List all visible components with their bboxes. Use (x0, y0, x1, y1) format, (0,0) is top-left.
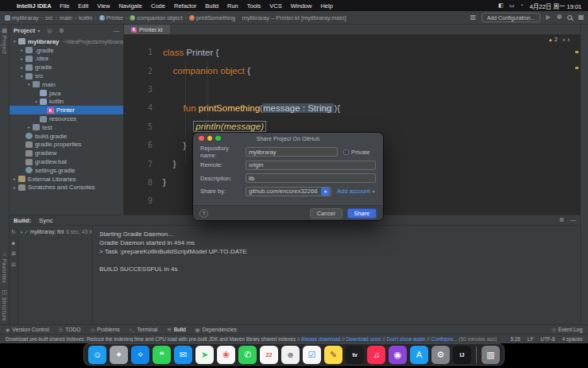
menubar-status-icon-2[interactable]: ◔ (520, 2, 523, 9)
private-checkbox[interactable] (343, 149, 349, 155)
tree-item-test[interactable]: ▸test (10, 123, 123, 132)
tree-item-gradle[interactable]: ▸gradle (10, 63, 123, 72)
description-input[interactable]: lib (246, 173, 376, 183)
menu-help[interactable]: Help (316, 2, 337, 10)
project-settings-icon[interactable]: ⚙ (59, 28, 64, 33)
project-view-dropdown[interactable]: Project (14, 27, 35, 34)
account-combobox[interactable]: github.com/encorex32268 ▼ (246, 187, 331, 196)
menu-edit[interactable]: Edit (74, 2, 93, 10)
dock-calendar[interactable]: 22 (260, 346, 278, 364)
dock-maps[interactable]: ➤ (195, 346, 214, 364)
next-prev-warning-icons[interactable]: ∨ ∧ (563, 37, 571, 42)
dock-contacts[interactable]: ☻ (281, 346, 300, 364)
menu-tools[interactable]: Tools (242, 2, 265, 10)
tree-item-external-libraries[interactable]: ▸External Libraries (10, 175, 123, 184)
dock-photos[interactable]: ❀ (217, 346, 235, 364)
expand-all-icon[interactable]: ⊞ (11, 250, 15, 257)
build-console[interactable]: Starting Gradle Daemon...Gradle Daemon s… (93, 226, 580, 324)
dock-launchpad[interactable]: ✦ (110, 346, 128, 364)
status-widget-utf-8[interactable]: UTF-8 (540, 336, 555, 342)
breadcrumb-item-src[interactable]: src (44, 14, 54, 21)
combobox-arrow-icon[interactable]: ▼ (321, 188, 330, 196)
menu-run[interactable]: Run (223, 2, 243, 10)
warning-stripe-mark[interactable] (575, 67, 578, 69)
toolwindow-terminal[interactable]: >_Terminal (130, 327, 158, 332)
dock-app-store[interactable]: A (410, 346, 428, 364)
share-button[interactable]: Share (347, 208, 377, 219)
tree-item-idea[interactable]: ▸.idea (10, 55, 123, 64)
dock-settings[interactable]: ⚙ (431, 346, 450, 364)
tree-item-gradle-properties[interactable]: gradle.properties (10, 141, 123, 149)
locate-file-icon[interactable]: ◎ (47, 28, 52, 33)
dock-mail[interactable]: ✉ (174, 346, 192, 364)
warning-stripe-mark[interactable] (575, 51, 578, 53)
status-link-don-t-show-again[interactable]: Don't show again (387, 336, 426, 342)
menubar-clock[interactable]: 4月22日 周一 19:01 (530, 2, 582, 10)
add-account-link[interactable]: Add account (337, 188, 370, 195)
debug-icon[interactable]: ⚈ (556, 14, 562, 21)
menu-build[interactable]: Build (201, 2, 223, 10)
build-tab-sync[interactable]: Sync (39, 217, 52, 224)
menu-view[interactable]: View (93, 2, 114, 10)
layout-icon[interactable]: ▦ (578, 14, 584, 21)
rerun-icon[interactable]: ↻ (11, 229, 15, 235)
tool-windows-icon[interactable]: ▥ (470, 14, 476, 21)
menubar-status-icon-0[interactable]: ◧ (498, 2, 504, 9)
repository-name-input[interactable]: mylibraray (246, 147, 338, 157)
run-icon[interactable]: ▶ (546, 14, 551, 21)
tree-item-mylibraray[interactable]: ▾mylibraray~/IdeaProjects/mylibraray (10, 37, 123, 46)
status-widget-4-spaces[interactable]: 4 spaces (562, 336, 582, 342)
tree-item-printer[interactable]: KPrinter (10, 106, 123, 114)
tree-item-gradlew-bat[interactable]: gradlew.bat (10, 157, 123, 166)
toolwindow-version-control[interactable]: ◉Version Control (6, 327, 49, 332)
breadcrumb-item-kotlin[interactable]: kotlin (78, 14, 93, 21)
dock-messages[interactable]: ❝ (153, 346, 171, 364)
menubar-status-icon-1[interactable]: ▭ (509, 2, 515, 9)
collapse-all-icon[interactable]: ⊟ (11, 261, 15, 268)
tree-item-kotlin[interactable]: ▾kotlin (10, 98, 123, 107)
search-icon[interactable] (567, 15, 572, 20)
editor-tab-printer[interactable]: K Printer.kt (124, 25, 170, 34)
dock-tv[interactable]: tv (346, 346, 364, 364)
dock-trash[interactable]: ▥ (482, 346, 500, 364)
build-settings-icon[interactable]: ⚙ (559, 217, 564, 223)
tree-item-java[interactable]: java (10, 89, 123, 98)
tree-item-gradlew[interactable]: gradlew (10, 149, 123, 157)
hide-build-panel-icon[interactable]: — (571, 217, 576, 223)
stripe-project[interactable]: ▤Project (2, 28, 7, 54)
menu-vcs[interactable]: VCS (265, 2, 286, 10)
stripe-structure[interactable]: ◫Structure (2, 289, 7, 321)
tree-item-resources[interactable]: resources (10, 114, 123, 123)
add-account-arrow-icon[interactable]: ▼ (372, 189, 376, 194)
hide-panel-icon[interactable]: — (114, 28, 119, 33)
stop-icon[interactable]: ■ (12, 240, 15, 246)
status-link-always-download[interactable]: Always download (301, 336, 340, 342)
tree-item-main[interactable]: ▾main (10, 80, 123, 89)
dock-intellij[interactable]: IJ (453, 346, 471, 364)
breadcrumb-item-mylibraray[interactable]: mylibraray (4, 14, 40, 21)
menu-file[interactable]: File (56, 2, 74, 10)
breadcrumb-item-printsomething[interactable]: fprintSomething (188, 14, 236, 21)
dock-facetime[interactable]: ✆ (238, 346, 257, 364)
toolwindow-build[interactable]: ⚒Build (167, 327, 186, 332)
toolwindow-event-log[interactable]: ◷Event Log (551, 327, 582, 332)
dock-music[interactable]: ♫ (367, 346, 385, 364)
dock-notes[interactable]: ✎ (324, 346, 342, 364)
menu-code[interactable]: Code (147, 2, 170, 10)
tree-item-settings-gradle[interactable]: settings.gradle (10, 166, 123, 175)
dock-podcasts[interactable]: ◉ (389, 346, 407, 364)
tree-item-build-gradle[interactable]: build.gradle (10, 132, 123, 141)
menu-window[interactable]: Window (286, 2, 316, 10)
breadcrumb-item-companion-object[interactable]: Ocompanion object (129, 14, 183, 21)
dock-safari[interactable]: ✧ (131, 346, 149, 364)
help-button[interactable]: ? (199, 209, 208, 218)
breadcrumb-item-printer[interactable]: CPrinter (99, 14, 125, 21)
dock-finder[interactable]: ☺ (88, 346, 106, 364)
inspections-widget[interactable]: ▲ 2 ∨ ∧ (548, 37, 571, 42)
menu-navigate[interactable]: Navigate (114, 2, 147, 10)
toolwindow-dependencies[interactable]: ▦Dependencies (195, 327, 237, 332)
app-menu[interactable]: IntelliJ IDEA (13, 2, 56, 10)
status-link-download-once[interactable]: Download once (346, 336, 381, 342)
stripe-favorites[interactable]: ☆Favorites (2, 251, 7, 283)
toolwindow-problems[interactable]: ⚠Problems (91, 327, 120, 332)
